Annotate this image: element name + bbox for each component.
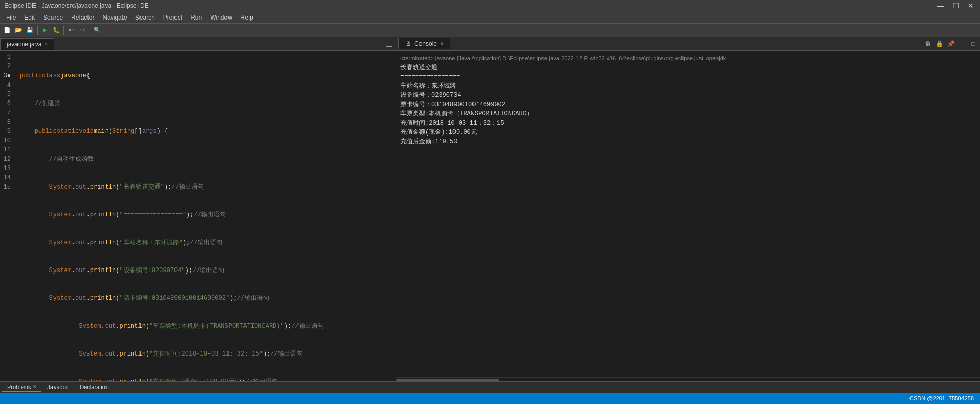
toolbar-redo[interactable]: ↪ bbox=[77, 25, 87, 36]
code-line-5: System.out.println("长春轨道交通");//输出语句 bbox=[20, 182, 396, 192]
console-tab-bar: 🖥 Console × 🗑 🔒 📌 — □ bbox=[396, 37, 980, 50]
console-icon: 🖥 bbox=[405, 40, 411, 47]
console-scrollbar-thumb[interactable] bbox=[396, 379, 499, 381]
code-line-10: System.out.println("车票类型:本机购卡(TRANSPORTA… bbox=[20, 322, 396, 331]
line-num-2: 2 bbox=[2, 62, 11, 71]
console-line-4: 设备编号：02390704 bbox=[400, 91, 976, 100]
bottom-tab-javadoc[interactable]: Javadoc bbox=[42, 383, 74, 392]
console-line-1: 长春轨道交通 bbox=[400, 63, 976, 72]
code-line-12: System.out.println("充值金额（现金）:100.00元");/… bbox=[20, 377, 396, 381]
console-maximize-btn[interactable]: □ bbox=[969, 39, 978, 48]
console-toolbar: 🗑 🔒 📌 — □ bbox=[923, 39, 978, 48]
code-line-3: public static void main(String[] args) { bbox=[20, 127, 396, 136]
line-num-12: 12 bbox=[2, 155, 11, 164]
declaration-tab-label: Declaration bbox=[80, 384, 109, 390]
main-area: javaone.java × — 1 2 3● 4 5 6 7 8 9 10 1… bbox=[0, 37, 980, 381]
title-bar: Eclipse IDE - Javaone/src/javaone.java -… bbox=[0, 0, 980, 11]
editor-tab-javaone[interactable]: javaone.java × bbox=[0, 38, 54, 50]
menu-source[interactable]: Source bbox=[39, 13, 67, 22]
console-content: <terminated> javaone [Java Application] … bbox=[396, 50, 980, 377]
console-line-2: ================ bbox=[400, 72, 976, 81]
toolbar-separator-3 bbox=[90, 26, 90, 35]
bottom-tab-bar: Problems × Javadoc Declaration bbox=[0, 381, 980, 393]
line-num-15: 15 bbox=[2, 182, 11, 192]
code-line-8: System.out.println("设备编号:02390704");//输出… bbox=[20, 266, 396, 275]
line-num-3: 3● bbox=[2, 71, 11, 80]
toolbar-debug[interactable]: 🐛 bbox=[51, 25, 61, 36]
problems-tab-label: Problems bbox=[7, 384, 31, 390]
line-num-7: 7 bbox=[2, 108, 11, 117]
line-num-11: 11 bbox=[2, 145, 11, 155]
editor-tab-label: javaone.java bbox=[7, 41, 41, 48]
console-minimize-btn[interactable]: — bbox=[957, 39, 967, 48]
line-numbers: 1 2 3● 4 5 6 7 8 9 10 11 12 13 14 15 bbox=[0, 50, 15, 381]
close-button[interactable]: ✕ bbox=[966, 2, 976, 10]
toolbar-undo[interactable]: ↩ bbox=[66, 25, 76, 36]
editor-tab-close[interactable]: × bbox=[44, 42, 47, 47]
minimize-button[interactable]: — bbox=[935, 2, 947, 10]
console-line-9: 充值后金额:119.50 bbox=[400, 137, 976, 146]
code-line-1: public class javaone { bbox=[20, 71, 396, 80]
console-tab-close[interactable]: × bbox=[440, 40, 444, 47]
line-num-6: 6 bbox=[2, 99, 11, 108]
status-bar-text: CSDN @2201_75504258 bbox=[909, 395, 974, 401]
problems-tab-close[interactable]: × bbox=[33, 384, 36, 390]
console-clear-btn[interactable]: 🗑 bbox=[923, 39, 933, 48]
line-num-8: 8 bbox=[2, 117, 11, 127]
code-line-11: System.out.println("充值时间:2018-10-03 11: … bbox=[20, 349, 396, 359]
line-num-13: 13 bbox=[2, 164, 11, 173]
code-line-4: //自动生成函数 bbox=[20, 155, 396, 164]
menu-refactor[interactable]: Refactor bbox=[67, 13, 98, 22]
toolbar-open[interactable]: 📂 bbox=[13, 25, 24, 36]
line-num-1: 1 bbox=[2, 53, 11, 62]
title-bar-controls: — ❐ ✕ bbox=[935, 2, 976, 10]
console-line-3: 车站名称：东环城路 bbox=[400, 81, 976, 91]
console-scrollbar[interactable] bbox=[396, 377, 980, 381]
console-line-5: 票卡编号：03104890010014699002 bbox=[400, 100, 976, 109]
console-tab[interactable]: 🖥 Console × bbox=[398, 38, 450, 49]
toolbar-run[interactable]: ▶ bbox=[40, 25, 50, 36]
line-num-10: 10 bbox=[2, 136, 11, 145]
menu-project[interactable]: Project bbox=[159, 13, 186, 22]
menu-file[interactable]: File bbox=[2, 13, 20, 22]
console-terminated-line: <terminated> javaone [Java Application] … bbox=[400, 54, 976, 63]
javadoc-tab-label: Javadoc bbox=[47, 384, 68, 390]
toolbar: 📄 📂 💾 ▶ 🐛 ↩ ↪ 🔍 bbox=[0, 24, 980, 37]
menu-help[interactable]: Help bbox=[236, 13, 257, 22]
toolbar-separator-1 bbox=[37, 26, 38, 35]
code-content[interactable]: public class javaone { //创建类 public stat… bbox=[15, 50, 396, 381]
console-tab-label: Console bbox=[414, 40, 437, 47]
line-num-9: 9 bbox=[2, 127, 11, 136]
status-bar: CSDN @2201_75504258 bbox=[0, 393, 980, 404]
toolbar-save[interactable]: 💾 bbox=[25, 25, 35, 36]
menu-edit[interactable]: Edit bbox=[20, 13, 39, 22]
maximize-button[interactable]: ❐ bbox=[951, 2, 961, 10]
console-scroll-lock-btn[interactable]: 🔒 bbox=[935, 39, 944, 48]
minimize-editor-button[interactable]: — bbox=[381, 43, 396, 50]
console-line-7: 充值时间:2018-10-03 11：32：15 bbox=[400, 119, 976, 128]
toolbar-search[interactable]: 🔍 bbox=[92, 25, 102, 36]
console-pane: 🖥 Console × 🗑 🔒 📌 — □ <terminated> javao… bbox=[396, 37, 980, 381]
console-line-6: 车票类型:本机购卡（TRANSPORTATIONCARD） bbox=[400, 109, 976, 119]
menu-window[interactable]: Window bbox=[206, 13, 236, 22]
line-num-14: 14 bbox=[2, 173, 11, 182]
menu-run[interactable]: Run bbox=[186, 13, 206, 22]
editor-pane: javaone.java × — 1 2 3● 4 5 6 7 8 9 10 1… bbox=[0, 37, 396, 381]
code-line-9: System.out.println("票卡编号:031048900100146… bbox=[20, 294, 396, 303]
menu-navigate[interactable]: Navigate bbox=[98, 13, 131, 22]
console-line-8: 充值金额(现金):100.00元 bbox=[400, 128, 976, 137]
code-line-2: //创建类 bbox=[20, 99, 396, 108]
bottom-tab-problems[interactable]: Problems × bbox=[2, 383, 41, 392]
toolbar-separator-2 bbox=[63, 26, 64, 35]
toolbar-new[interactable]: 📄 bbox=[2, 25, 12, 36]
editor-tab-bar: javaone.java × — bbox=[0, 37, 396, 50]
code-line-7: System.out.println("车站名称：东环城路");//输出语句 bbox=[20, 238, 396, 247]
console-pin-btn[interactable]: 📌 bbox=[946, 39, 955, 48]
bottom-tab-declaration[interactable]: Declaration bbox=[75, 383, 114, 392]
console-output: 长春轨道交通 ================ 车站名称：东环城路 设备编号：0… bbox=[400, 63, 976, 146]
line-num-4: 4 bbox=[2, 80, 11, 90]
menu-bar: File Edit Source Refactor Navigate Searc… bbox=[0, 11, 980, 24]
code-area: 1 2 3● 4 5 6 7 8 9 10 11 12 13 14 15 pub… bbox=[0, 50, 396, 381]
menu-search[interactable]: Search bbox=[131, 13, 159, 22]
title-bar-title: Eclipse IDE - Javaone/src/javaone.java -… bbox=[4, 2, 935, 9]
